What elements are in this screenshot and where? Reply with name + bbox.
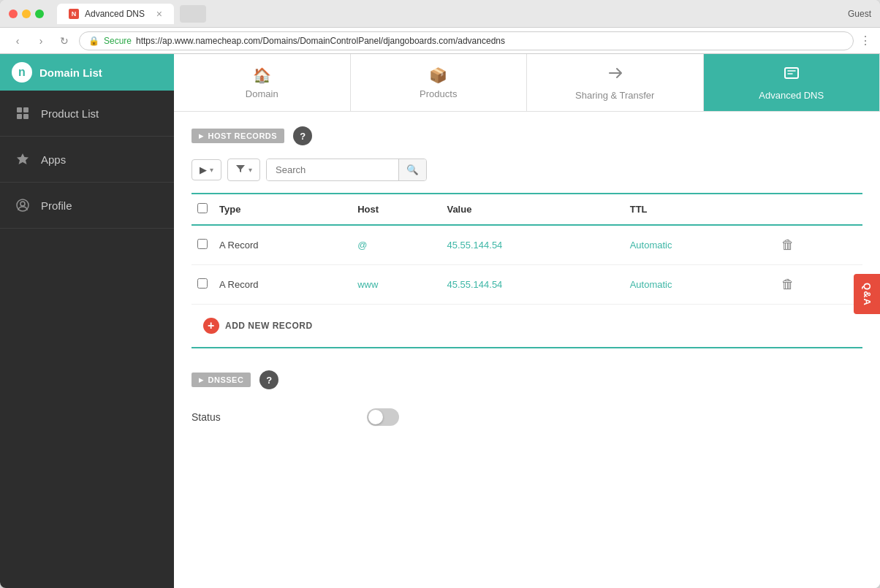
svg-point-5 (20, 202, 25, 206)
tab-domain-label: Domain (246, 88, 278, 99)
search-icon: 🔍 (406, 164, 419, 175)
row1-ttl: Automatic (624, 225, 771, 265)
row1-value: 45.55.144.54 (441, 225, 623, 265)
table-body: A Record @ 45.55.144.54 Automatic 🗑 (191, 225, 862, 305)
products-icon: 📦 (429, 66, 447, 84)
apps-icon (15, 151, 31, 167)
guest-label: Guest (848, 9, 871, 19)
sidebar: n Domain List Product List (0, 54, 174, 588)
tab-domain[interactable]: 🏠 Domain (174, 54, 351, 111)
svg-rect-6 (785, 68, 798, 78)
tab-title: Advanced DNS (85, 9, 145, 19)
minimize-button[interactable] (22, 9, 31, 18)
url-bar[interactable]: 🔒 Secure https://ap.www.namecheap.com/Do… (79, 31, 854, 50)
svg-rect-3 (23, 114, 29, 119)
toggle-knob (368, 410, 383, 424)
dnssec-section-header: DNSSEC ? (191, 370, 862, 389)
filter-dropdown-arrow: ▾ (249, 166, 252, 174)
sidebar-title: Domain List (39, 66, 102, 79)
back-button[interactable]: ‹ (9, 32, 26, 50)
advanced-dns-icon (783, 64, 800, 85)
row2-host: www (352, 265, 441, 305)
product-list-icon (15, 105, 31, 121)
ttl-header: TTL (624, 194, 771, 225)
filter-icon (235, 164, 246, 176)
filter-button[interactable]: ▾ (227, 159, 260, 181)
traffic-lights (9, 9, 44, 18)
main-content: 🏠 Domain 📦 Products Sharing & Transfer (174, 54, 880, 588)
url-text: https://ap.www.namecheap.com/Domains/Dom… (136, 36, 505, 46)
tab-close-icon[interactable]: × (156, 8, 162, 20)
add-circle-icon: + (203, 318, 219, 334)
row2-ttl: Automatic (624, 265, 771, 305)
reload-button[interactable]: ↻ (56, 32, 73, 50)
maximize-button[interactable] (35, 9, 44, 18)
host-records-label: HOST RECORDS (191, 129, 284, 143)
play-button[interactable]: ▶ ▾ (191, 159, 221, 180)
tab-products-label: Products (420, 88, 457, 99)
row1-checkbox[interactable] (197, 239, 208, 249)
row2-delete-button[interactable]: 🗑 (777, 275, 799, 294)
svg-rect-1 (23, 107, 29, 112)
sidebar-header: n Domain List (0, 54, 174, 91)
search-box: 🔍 (266, 159, 427, 181)
tab-products[interactable]: 📦 Products (351, 54, 528, 111)
search-input[interactable] (267, 159, 398, 180)
nav-bar: ‹ › ↻ 🔒 Secure https://ap.www.namecheap.… (0, 28, 880, 54)
sidebar-item-product-list[interactable]: Product List (0, 91, 174, 137)
row1-actions: 🗑 (771, 225, 862, 265)
add-record-button[interactable]: + ADD NEW RECORD (197, 315, 319, 337)
sharing-icon (606, 64, 623, 85)
row1-host: @ (352, 225, 441, 265)
row2-checkbox[interactable] (197, 278, 208, 289)
domain-icon: 🏠 (253, 66, 271, 84)
sidebar-item-label: Apps (41, 153, 66, 166)
dnssec-section: DNSSEC ? Status (191, 370, 862, 432)
tab-favicon: N (69, 9, 79, 19)
close-button[interactable] (9, 9, 18, 18)
tab-advanced-dns[interactable]: Advanced DNS (704, 54, 881, 111)
new-tab-placeholder[interactable] (180, 5, 206, 23)
tab-advanced-dns-label: Advanced DNS (759, 90, 824, 101)
row2-actions: 🗑 (771, 265, 862, 305)
search-button[interactable]: 🔍 (398, 159, 426, 180)
add-record-label: ADD NEW RECORD (225, 321, 313, 331)
sidebar-item-profile[interactable]: Profile (0, 183, 174, 229)
secure-label: Secure (104, 36, 132, 46)
table-row: A Record @ 45.55.144.54 Automatic 🗑 (191, 225, 862, 265)
lock-icon: 🔒 (88, 36, 99, 46)
row2-select (191, 265, 213, 305)
row1-type: A Record (213, 225, 352, 265)
tab-sharing[interactable]: Sharing & Transfer (527, 54, 704, 111)
row1-delete-button[interactable]: 🗑 (777, 236, 799, 254)
dnssec-help-icon[interactable]: ? (259, 370, 278, 389)
host-records-section-header: HOST RECORDS ? (191, 126, 862, 145)
host-records-help-icon[interactable]: ? (293, 126, 312, 145)
sidebar-item-label: Profile (41, 199, 72, 212)
type-header: Type (213, 194, 352, 225)
value-header: Value (441, 194, 623, 225)
row2-value: 45.55.144.54 (441, 265, 623, 305)
svg-rect-0 (17, 107, 22, 112)
dnssec-toggle[interactable] (367, 408, 399, 426)
table-header: Type Host Value TTL (191, 194, 862, 225)
forward-button[interactable]: › (32, 32, 50, 50)
tab-navigation: 🏠 Domain 📦 Products Sharing & Transfer (174, 54, 880, 112)
dnssec-status-row: Status (191, 402, 862, 432)
select-all-checkbox[interactable] (197, 203, 208, 213)
browser-menu-button[interactable]: ⋮ (860, 34, 871, 47)
tab-sharing-label: Sharing & Transfer (575, 90, 654, 101)
host-header: Host (352, 194, 441, 225)
qa-button[interactable]: Q&A (854, 274, 880, 315)
browser-tab[interactable]: N Advanced DNS × (57, 4, 174, 24)
tab-bar: N Advanced DNS × (50, 4, 842, 24)
sidebar-item-apps[interactable]: Apps (0, 137, 174, 183)
app-body: n Domain List Product List (0, 54, 880, 588)
toolbar: ▶ ▾ ▾ 🔍 (191, 159, 862, 181)
table-row: A Record www 45.55.144.54 Automatic 🗑 (191, 265, 862, 305)
row1-select (191, 225, 213, 265)
content-area: HOST RECORDS ? ▶ ▾ ▾ (174, 112, 880, 588)
dnssec-status-label: Status (191, 411, 221, 423)
actions-header (771, 194, 862, 225)
select-all-header (191, 194, 213, 225)
